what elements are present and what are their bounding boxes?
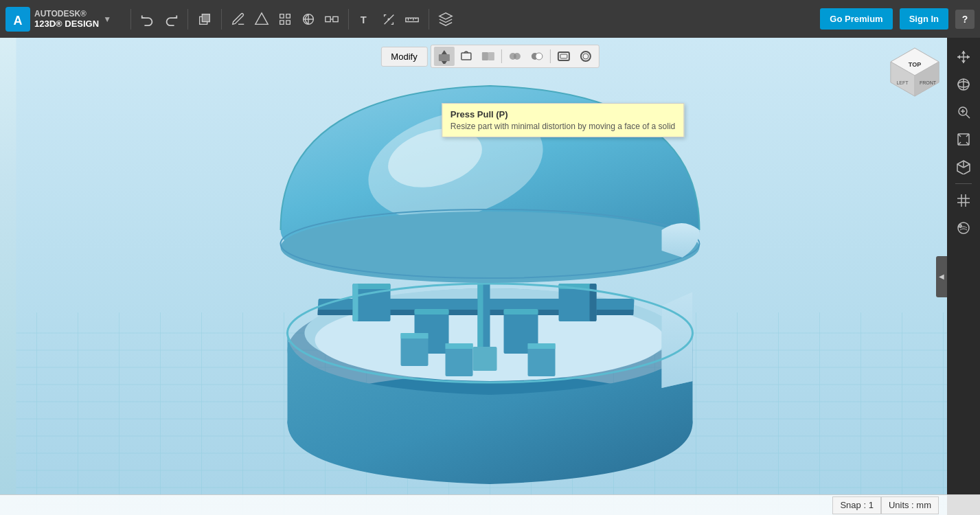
top-toolbar: A AUTODESK® 123D® DESIGN ▼: [0, 0, 980, 38]
modify-3d-button[interactable]: [274, 8, 296, 30]
svg-marker-83: [442, 50, 447, 54]
autodesk-logo-icon: A: [5, 7, 30, 32]
svg-text:TOP: TOP: [909, 61, 921, 68]
hollow-button[interactable]: [576, 47, 596, 66]
new-solid-button[interactable]: [194, 8, 216, 30]
redo-button[interactable]: [160, 8, 182, 30]
view-cube-btn[interactable]: [951, 154, 976, 179]
measure-button[interactable]: [378, 8, 400, 30]
svg-marker-106: [961, 60, 966, 63]
fit-all-button[interactable]: [951, 127, 976, 152]
svg-line-124: [964, 164, 970, 168]
pan-button[interactable]: [951, 45, 976, 69]
svg-rect-87: [488, 52, 494, 60]
zoom-button[interactable]: [951, 100, 976, 124]
combine-button[interactable]: [505, 47, 525, 66]
svg-line-113: [966, 115, 970, 119]
material-btn[interactable]: [951, 216, 976, 240]
svg-point-94: [581, 52, 591, 61]
svg-line-123: [957, 164, 964, 168]
text-button[interactable]: T: [354, 8, 376, 30]
undo-redo-group: [137, 8, 182, 30]
group-button[interactable]: [321, 8, 343, 30]
snap-status[interactable]: Snap : 1: [832, 496, 880, 514]
sketch-button[interactable]: [227, 8, 249, 30]
modify-divider-2: [550, 49, 551, 63]
svg-rect-93: [560, 54, 567, 58]
svg-point-130: [959, 225, 961, 227]
layers-button[interactable]: [435, 8, 457, 30]
svg-marker-4: [255, 12, 268, 24]
svg-rect-85: [461, 53, 471, 60]
svg-rect-10: [406, 18, 418, 22]
svg-rect-3: [202, 14, 209, 21]
grid-btn[interactable]: [951, 188, 976, 213]
construct-button[interactable]: [251, 8, 273, 30]
press-pull-button[interactable]: [434, 47, 455, 66]
svg-rect-92: [558, 52, 569, 60]
svg-rect-63: [415, 309, 449, 314]
twist-button[interactable]: [456, 47, 477, 66]
svg-text:T: T: [361, 14, 367, 25]
signin-button[interactable]: Sign In: [900, 8, 948, 30]
svg-text:A: A: [14, 14, 23, 27]
modify-label-button[interactable]: Modify: [380, 47, 427, 67]
svg-point-91: [536, 53, 543, 60]
subtract-button[interactable]: [527, 47, 547, 66]
shell-button[interactable]: [554, 47, 574, 66]
product-label: 123D® DESIGN: [34, 19, 99, 30]
divider-4: [348, 9, 349, 30]
logo-text: AUTODESK® 123D® DESIGN: [34, 9, 99, 30]
right-panel: [947, 38, 980, 515]
svg-rect-68: [504, 309, 538, 314]
orbit-button[interactable]: [951, 72, 976, 97]
svg-text:LEFT: LEFT: [896, 80, 909, 85]
divider-1: [130, 9, 131, 30]
svg-rect-86: [482, 52, 488, 60]
ruler-button[interactable]: [401, 8, 423, 30]
svg-text:FRONT: FRONT: [920, 80, 937, 85]
logo-dropdown-arrow[interactable]: ▼: [103, 14, 111, 24]
primitives-group: [194, 8, 216, 30]
tooltip: Press Pull (P) Resize part with minimal …: [442, 103, 684, 137]
view-cube[interactable]: TOP LEFT FRONT: [887, 45, 942, 100]
split-face-button[interactable]: [478, 47, 499, 66]
svg-rect-72: [446, 343, 473, 349]
premium-button[interactable]: Go Premium: [820, 8, 892, 30]
modify-divider-1: [501, 49, 502, 63]
svg-point-80: [281, 211, 700, 283]
svg-rect-60: [353, 284, 391, 289]
svg-rect-59: [353, 284, 391, 321]
divider-5: [429, 9, 429, 30]
tooltip-desc: Resize part with minimal distortion by m…: [451, 122, 675, 131]
right-panel-divider: [955, 183, 972, 184]
svg-marker-107: [957, 55, 960, 59]
logo-area: A AUTODESK® 123D® DESIGN ▼: [5, 7, 118, 32]
svg-marker-105: [961, 51, 966, 54]
svg-rect-74: [528, 343, 556, 349]
svg-point-89: [514, 53, 521, 60]
tooltip-title: Press Pull (P): [451, 109, 675, 119]
svg-rect-7: [333, 16, 338, 21]
divider-3: [221, 9, 222, 30]
svg-rect-75: [473, 347, 497, 371]
help-button[interactable]: ?: [955, 10, 975, 29]
tools-group: T: [354, 8, 423, 30]
sidebar-toggle[interactable]: ◀: [936, 256, 947, 297]
units-status[interactable]: Units : mm: [881, 496, 939, 514]
svg-rect-61: [353, 284, 358, 321]
svg-marker-84: [442, 61, 447, 64]
svg-rect-70: [401, 333, 429, 339]
svg-point-95: [583, 54, 589, 59]
undo-button[interactable]: [137, 8, 159, 30]
svg-marker-108: [967, 55, 970, 59]
pattern-button[interactable]: [297, 8, 319, 30]
divider-2: [187, 9, 188, 30]
viewport[interactable]: Modify: [0, 38, 980, 515]
sketch-group: [227, 8, 343, 30]
modify-toolbar: Modify: [380, 45, 599, 68]
svg-rect-6: [326, 16, 330, 21]
svg-rect-82: [439, 54, 450, 61]
brand-label: AUTODESK®: [34, 9, 99, 19]
status-bar: Snap : 1 Units : mm: [0, 494, 980, 515]
